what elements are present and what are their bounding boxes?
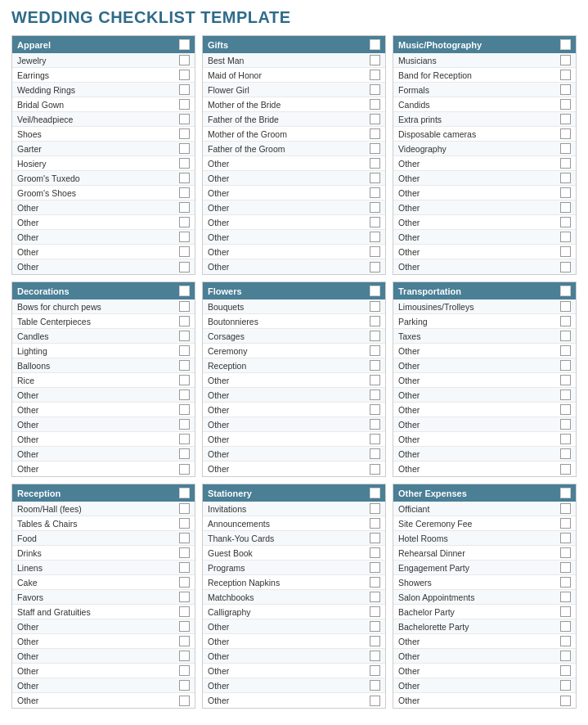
item-checkbox[interactable]	[179, 375, 190, 385]
item-checkbox[interactable]	[560, 217, 571, 227]
item-checkbox[interactable]	[370, 448, 380, 459]
item-checkbox[interactable]	[370, 434, 380, 444]
item-checkbox[interactable]	[560, 503, 571, 514]
item-checkbox[interactable]	[179, 55, 190, 65]
item-checkbox[interactable]	[560, 114, 571, 124]
item-checkbox[interactable]	[179, 143, 190, 154]
item-checkbox[interactable]	[370, 680, 380, 691]
item-checkbox[interactable]	[179, 533, 190, 543]
item-checkbox[interactable]	[370, 158, 380, 169]
item-checkbox[interactable]	[370, 419, 380, 430]
section-header-checkbox-apparel[interactable]	[179, 39, 190, 50]
item-checkbox[interactable]	[179, 246, 190, 257]
section-header-checkbox-transportation[interactable]	[560, 286, 571, 296]
item-checkbox[interactable]	[370, 533, 380, 543]
item-checkbox[interactable]	[560, 70, 571, 80]
item-checkbox[interactable]	[370, 665, 380, 676]
section-header-checkbox-stationery[interactable]	[370, 488, 380, 498]
item-checkbox[interactable]	[560, 665, 571, 676]
item-checkbox[interactable]	[179, 547, 190, 558]
item-checkbox[interactable]	[560, 518, 571, 529]
item-checkbox[interactable]	[370, 246, 380, 257]
item-checkbox[interactable]	[179, 448, 190, 459]
item-checkbox[interactable]	[370, 651, 380, 661]
item-checkbox[interactable]	[370, 55, 380, 65]
item-checkbox[interactable]	[560, 434, 571, 444]
item-checkbox[interactable]	[560, 158, 571, 169]
item-checkbox[interactable]	[179, 577, 190, 588]
section-header-checkbox-decorations[interactable]	[179, 286, 190, 296]
item-checkbox[interactable]	[370, 262, 380, 272]
item-checkbox[interactable]	[370, 696, 380, 706]
item-checkbox[interactable]	[560, 606, 571, 617]
item-checkbox[interactable]	[370, 187, 380, 198]
item-checkbox[interactable]	[560, 128, 571, 139]
item-checkbox[interactable]	[560, 84, 571, 95]
item-checkbox[interactable]	[560, 246, 571, 257]
item-checkbox[interactable]	[179, 158, 190, 169]
item-checkbox[interactable]	[179, 316, 190, 326]
item-checkbox[interactable]	[370, 592, 380, 602]
item-checkbox[interactable]	[370, 404, 380, 415]
item-checkbox[interactable]	[370, 99, 380, 110]
item-checkbox[interactable]	[370, 114, 380, 124]
item-checkbox[interactable]	[179, 404, 190, 415]
item-checkbox[interactable]	[370, 636, 380, 646]
item-checkbox[interactable]	[560, 651, 571, 661]
item-checkbox[interactable]	[370, 331, 380, 341]
item-checkbox[interactable]	[560, 331, 571, 341]
item-checkbox[interactable]	[179, 696, 190, 706]
item-checkbox[interactable]	[370, 621, 380, 632]
item-checkbox[interactable]	[370, 562, 380, 573]
item-checkbox[interactable]	[560, 345, 571, 356]
item-checkbox[interactable]	[179, 70, 190, 80]
item-checkbox[interactable]	[179, 503, 190, 514]
item-checkbox[interactable]	[370, 128, 380, 139]
item-checkbox[interactable]	[179, 390, 190, 400]
item-checkbox[interactable]	[179, 331, 190, 341]
item-checkbox[interactable]	[179, 518, 190, 529]
item-checkbox[interactable]	[179, 114, 190, 124]
section-header-checkbox-reception[interactable]	[179, 488, 190, 498]
item-checkbox[interactable]	[370, 301, 380, 312]
section-header-checkbox-gifts[interactable]	[370, 39, 380, 50]
item-checkbox[interactable]	[179, 562, 190, 573]
item-checkbox[interactable]	[370, 84, 380, 95]
item-checkbox[interactable]	[370, 390, 380, 400]
item-checkbox[interactable]	[370, 143, 380, 154]
item-checkbox[interactable]	[560, 464, 571, 475]
item-checkbox[interactable]	[179, 202, 190, 213]
item-checkbox[interactable]	[560, 173, 571, 183]
item-checkbox[interactable]	[560, 99, 571, 110]
item-checkbox[interactable]	[560, 419, 571, 430]
item-checkbox[interactable]	[560, 621, 571, 632]
item-checkbox[interactable]	[560, 262, 571, 272]
item-checkbox[interactable]	[560, 696, 571, 706]
item-checkbox[interactable]	[370, 70, 380, 80]
item-checkbox[interactable]	[560, 533, 571, 543]
item-checkbox[interactable]	[179, 464, 190, 475]
item-checkbox[interactable]	[179, 187, 190, 198]
item-checkbox[interactable]	[179, 419, 190, 430]
item-checkbox[interactable]	[560, 680, 571, 691]
item-checkbox[interactable]	[179, 606, 190, 617]
item-checkbox[interactable]	[370, 464, 380, 475]
item-checkbox[interactable]	[179, 262, 190, 272]
item-checkbox[interactable]	[179, 84, 190, 95]
item-checkbox[interactable]	[179, 217, 190, 227]
item-checkbox[interactable]	[179, 128, 190, 139]
item-checkbox[interactable]	[179, 680, 190, 691]
section-header-checkbox-other-expenses[interactable]	[560, 488, 571, 498]
item-checkbox[interactable]	[179, 345, 190, 356]
item-checkbox[interactable]	[560, 404, 571, 415]
item-checkbox[interactable]	[179, 301, 190, 312]
item-checkbox[interactable]	[179, 99, 190, 110]
item-checkbox[interactable]	[560, 448, 571, 459]
item-checkbox[interactable]	[560, 316, 571, 326]
item-checkbox[interactable]	[370, 518, 380, 529]
item-checkbox[interactable]	[560, 636, 571, 646]
item-checkbox[interactable]	[560, 301, 571, 312]
section-header-checkbox-flowers[interactable]	[370, 286, 380, 296]
item-checkbox[interactable]	[179, 173, 190, 183]
item-checkbox[interactable]	[370, 316, 380, 326]
